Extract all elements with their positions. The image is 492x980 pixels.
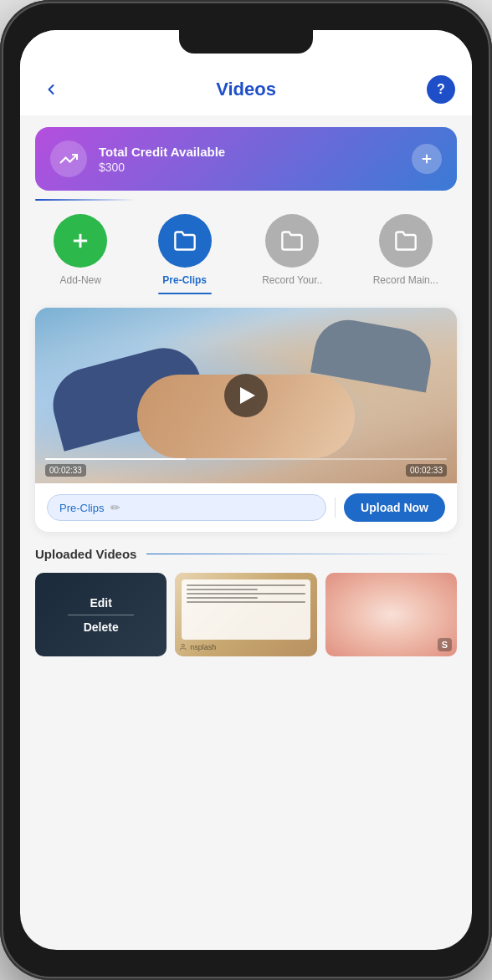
credit-banner: Total Credit Available $300: [35, 127, 457, 191]
tab-record-your[interactable]: Record Your..: [262, 214, 322, 294]
phone-screen: 9:41 Videos ?: [20, 30, 472, 950]
credit-amount: $300: [99, 161, 225, 174]
uploaded-grid: Edit Delete: [35, 573, 457, 656]
doc-line: [187, 593, 305, 595]
vertical-divider: [335, 498, 336, 518]
thumb-divider: [68, 615, 134, 615]
section-line: [146, 554, 457, 555]
card-bottom: Pre-Clips ✏ Upload Now: [35, 483, 457, 532]
tab-pre-clips[interactable]: Pre-Clips: [158, 214, 212, 294]
doc-visual: [182, 579, 310, 640]
header: Videos ?: [20, 67, 472, 115]
tab-label-pre-clips: Pre-Clips: [162, 274, 207, 286]
credit-icon: [50, 140, 87, 177]
credit-text: Total Credit Available $300: [99, 145, 225, 174]
tab-active-indicator: [158, 293, 212, 294]
play-button[interactable]: [224, 374, 268, 417]
tab-add-new[interactable]: Add-New: [54, 214, 107, 294]
video-total-time: 00:02:33: [406, 464, 447, 477]
uploaded-thumb-2[interactable]: nsplash: [175, 573, 316, 656]
credit-label: Total Credit Available: [99, 145, 225, 159]
tab-label-record-your: Record Your..: [262, 274, 322, 286]
tabs-row: Add-New Pre-Clips Record: [20, 214, 472, 294]
pencil-icon: ✏: [110, 501, 120, 514]
delete-label: Delete: [84, 620, 119, 634]
page-title: Videos: [216, 79, 276, 100]
video-progress-bar: [45, 458, 447, 460]
doc-line: [187, 597, 258, 599]
tab-record-main[interactable]: Record Main...: [373, 214, 438, 294]
section-header: Uploaded Videos: [35, 547, 457, 561]
tab-circle-record-your: [265, 214, 319, 268]
credit-add-button[interactable]: [412, 144, 442, 174]
back-button[interactable]: [37, 75, 65, 104]
tag-pill[interactable]: Pre-Clips ✏: [47, 494, 326, 521]
video-card: 00:02:33 00:02:33 Pre-Clips ✏ Upload Now: [35, 308, 457, 532]
uploaded-thumb-3[interactable]: S: [325, 573, 457, 656]
doc-line: [187, 589, 258, 590]
tab-circle-add-new: [54, 214, 107, 268]
doc-lines: [182, 579, 310, 608]
phone-shell: 9:41 Videos ?: [0, 0, 492, 980]
watermark-text: nsplash: [180, 643, 216, 651]
uploaded-section: Uploaded Videos Edit Delete: [20, 532, 472, 656]
tab-label-add-new: Add-New: [60, 274, 101, 286]
help-button[interactable]: ?: [427, 75, 455, 104]
s-badge: S: [438, 638, 452, 651]
tag-label: Pre-Clips: [59, 502, 104, 514]
upload-now-button[interactable]: Upload Now: [344, 493, 445, 522]
notch: [179, 30, 313, 54]
section-divider: [35, 199, 136, 201]
video-thumbnail[interactable]: 00:02:33 00:02:33: [35, 308, 457, 483]
svg-point-4: [182, 644, 184, 646]
tab-circle-record-main: [379, 214, 433, 268]
doc-line: [187, 584, 305, 586]
tab-circle-pre-clips: [158, 214, 212, 268]
doc-line: [187, 601, 305, 603]
video-current-time: 00:02:33: [45, 464, 86, 477]
video-time-bar: 00:02:33 00:02:33: [45, 464, 447, 477]
tab-label-record-main: Record Main...: [373, 274, 438, 286]
credit-info: Total Credit Available $300: [50, 140, 225, 177]
section-title: Uploaded Videos: [35, 547, 136, 561]
edit-label: Edit: [90, 596, 111, 610]
uploaded-thumb-1[interactable]: Edit Delete: [35, 573, 167, 656]
video-progress-fill: [45, 458, 186, 460]
